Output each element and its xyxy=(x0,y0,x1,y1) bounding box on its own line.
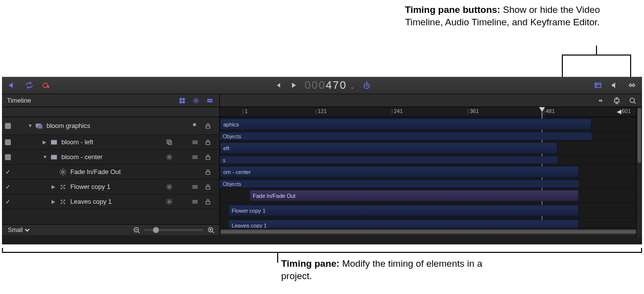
audio-timeline-button[interactable] xyxy=(610,81,619,90)
time-ruler[interactable]: 1121241361481601◀ xyxy=(220,107,642,117)
layer-row[interactable]: Fade In/Fade Out xyxy=(2,165,219,179)
track-row[interactable]: eft xyxy=(220,141,642,156)
clip-sublabel: Objects xyxy=(220,132,592,140)
svg-rect-9 xyxy=(207,99,213,100)
enable-checkbox[interactable] xyxy=(2,168,14,176)
clip[interactable]: Fade In/Fade Out xyxy=(249,190,579,201)
go-to-start-icon[interactable] xyxy=(273,81,282,90)
disclosure-triangle[interactable]: ▶ xyxy=(51,184,58,189)
clip-sublabel: s xyxy=(220,156,557,164)
loop-icon[interactable] xyxy=(25,81,34,90)
svg-rect-10 xyxy=(207,101,213,102)
layer-name[interactable]: Fade In/Fade Out xyxy=(70,168,189,176)
current-frame-display[interactable]: 000470 ⌄ xyxy=(304,79,355,92)
layer-row[interactable]: ▼bloom graphics xyxy=(2,117,219,135)
show-filters-icon[interactable] xyxy=(205,96,214,105)
project-end-marker[interactable]: ◀ xyxy=(617,108,621,115)
layer-name[interactable]: bloom - center xyxy=(61,153,163,161)
track-row[interactable]: Leaves copy 1 xyxy=(220,218,642,228)
track-row[interactable]: aphics xyxy=(220,117,642,132)
layer-name[interactable]: Flower copy 1 xyxy=(70,183,163,190)
lock-icon[interactable] xyxy=(201,153,214,161)
audio-mute-icon[interactable] xyxy=(8,81,17,90)
svg-rect-37 xyxy=(206,201,210,204)
layer-row[interactable]: ▶Leaves copy 1 xyxy=(2,194,219,209)
panel-body: ▼bloom graphics▶bloom - left▼bloom - cen… xyxy=(2,107,642,235)
stack-icon[interactable] xyxy=(189,198,201,206)
ruler-mark: 481 xyxy=(544,108,555,114)
gear-icon[interactable] xyxy=(163,198,176,206)
playhead[interactable] xyxy=(539,107,545,112)
disclosure-triangle[interactable]: ▶ xyxy=(51,199,58,204)
clip[interactable]: Leaves copy 1 xyxy=(228,220,579,228)
layer-row[interactable]: ▶bloom - left xyxy=(2,135,219,150)
clip[interactable]: aphics xyxy=(220,118,592,130)
layer-name[interactable]: bloom graphics xyxy=(47,122,189,129)
clone-icon[interactable] xyxy=(163,138,176,146)
stack-icon[interactable] xyxy=(189,183,201,191)
snapping-icon[interactable] xyxy=(612,96,621,105)
gear-icon[interactable] xyxy=(163,183,176,191)
enable-checkbox[interactable] xyxy=(2,198,14,205)
enable-checkbox[interactable] xyxy=(2,139,14,145)
svg-rect-25 xyxy=(206,172,210,174)
disclosure-triangle[interactable]: ▼ xyxy=(43,154,50,160)
lock-icon[interactable] xyxy=(201,122,214,130)
video-timeline-button[interactable] xyxy=(594,81,602,90)
enable-checkbox[interactable] xyxy=(2,154,14,160)
keyframe-editor-button[interactable] xyxy=(627,81,636,90)
lock-icon[interactable] xyxy=(201,183,214,191)
enable-checkbox[interactable] xyxy=(2,183,14,190)
tracks-area[interactable]: aphicsObjectseftsom - centerObjectsFade … xyxy=(220,117,642,228)
layer-filter-row xyxy=(2,107,219,117)
lock-icon[interactable] xyxy=(201,138,214,146)
gear-icon[interactable] xyxy=(163,153,176,161)
stack-icon[interactable] xyxy=(189,153,201,161)
svg-rect-20 xyxy=(206,142,210,144)
callout-top-tick-r xyxy=(630,55,631,79)
disclosure-triangle[interactable]: ▶ xyxy=(43,139,50,145)
stack-icon[interactable] xyxy=(189,138,201,146)
vertical-scrollbar[interactable] xyxy=(636,107,642,237)
track-row[interactable]: Fade In/Fade Out xyxy=(220,188,642,203)
record-icon[interactable] xyxy=(42,81,50,90)
transport-toolbar: 000470 ⌄ xyxy=(2,77,642,94)
lock-icon[interactable] xyxy=(201,198,214,206)
enable-checkbox[interactable] xyxy=(2,123,14,129)
layer-name[interactable]: bloom - left xyxy=(61,138,163,146)
tc-main: 470 xyxy=(326,79,347,92)
flag-icon[interactable] xyxy=(189,122,201,130)
row-size-select[interactable]: Small xyxy=(6,226,31,234)
horizontal-scrollbar[interactable] xyxy=(220,228,642,235)
keyframe-nav-icon[interactable] xyxy=(596,96,605,105)
svg-point-13 xyxy=(630,98,635,102)
clip[interactable]: Flower copy 1 xyxy=(228,205,579,216)
show-masks-icon[interactable] xyxy=(178,96,187,105)
zoom-in-icon[interactable] xyxy=(206,226,215,235)
layer-name[interactable]: Leaves copy 1 xyxy=(70,198,163,205)
ruler-mark: 1 xyxy=(243,108,248,114)
disclosure-triangle[interactable]: ▼ xyxy=(28,123,35,128)
layer-type-icon xyxy=(58,197,67,206)
layer-row[interactable]: ▼bloom - center xyxy=(2,150,219,165)
clip[interactable]: eft xyxy=(220,142,557,154)
lock-icon[interactable] xyxy=(201,168,214,176)
svg-rect-12 xyxy=(615,99,619,102)
track-row[interactable]: Flower copy 1 xyxy=(220,203,642,218)
tc-dropdown-icon[interactable]: ⌄ xyxy=(350,84,355,90)
show-behaviors-icon[interactable] xyxy=(192,96,200,105)
clip[interactable]: om - center xyxy=(220,166,579,177)
svg-point-36 xyxy=(168,201,170,203)
track-row[interactable]: om - center xyxy=(220,165,642,179)
svg-rect-15 xyxy=(37,124,43,128)
zoom-fit-icon[interactable] xyxy=(628,96,637,105)
svg-rect-3 xyxy=(595,83,601,88)
layer-footer: Small xyxy=(2,224,219,235)
zoom-slider[interactable] xyxy=(144,229,203,231)
play-icon[interactable] xyxy=(289,81,297,90)
layer-row[interactable]: ▶Flower copy 1 xyxy=(2,179,219,194)
svg-rect-21 xyxy=(51,155,57,159)
svg-rect-19 xyxy=(168,141,172,145)
zoom-out-icon[interactable] xyxy=(132,226,141,235)
stopwatch-icon[interactable] xyxy=(362,81,371,90)
